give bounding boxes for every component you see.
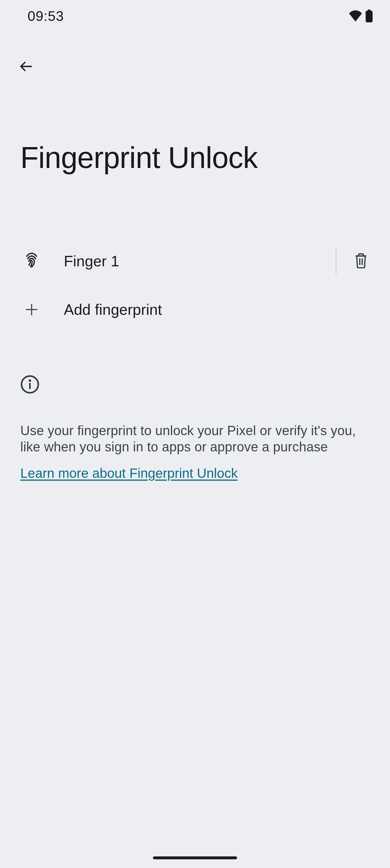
plus-icon	[20, 303, 43, 316]
fingerprint-row[interactable]: Finger 1	[0, 235, 390, 288]
add-fingerprint-label: Add fingerprint	[43, 301, 374, 318]
info-section: Use your fingerprint to unlock your Pixe…	[0, 375, 390, 481]
fingerprint-label: Finger 1	[43, 252, 336, 270]
wifi-icon	[349, 10, 362, 22]
row-divider	[336, 247, 336, 275]
info-icon	[20, 375, 370, 395]
battery-icon	[366, 9, 372, 22]
svg-point-9	[29, 380, 30, 381]
back-button[interactable]	[18, 58, 35, 75]
status-bar: 09:53	[0, 0, 390, 32]
gesture-nav-bar[interactable]	[153, 857, 237, 859]
status-icons	[349, 9, 372, 22]
arrow-left-icon	[19, 59, 33, 74]
status-time: 09:53	[28, 8, 64, 24]
page-title: Fingerprint Unlock	[0, 75, 390, 175]
delete-fingerprint-button[interactable]	[348, 248, 374, 274]
info-text: Use your fingerprint to unlock your Pixe…	[20, 423, 370, 456]
svg-rect-1	[368, 9, 370, 11]
fingerprint-icon	[20, 253, 43, 270]
trash-icon	[354, 253, 368, 270]
app-bar	[0, 32, 390, 75]
add-fingerprint-row[interactable]: Add fingerprint	[0, 288, 390, 331]
learn-more-link[interactable]: Learn more about Fingerprint Unlock	[20, 466, 238, 481]
settings-list: Finger 1 Add fingerprint	[0, 235, 390, 331]
svg-rect-0	[366, 11, 372, 22]
